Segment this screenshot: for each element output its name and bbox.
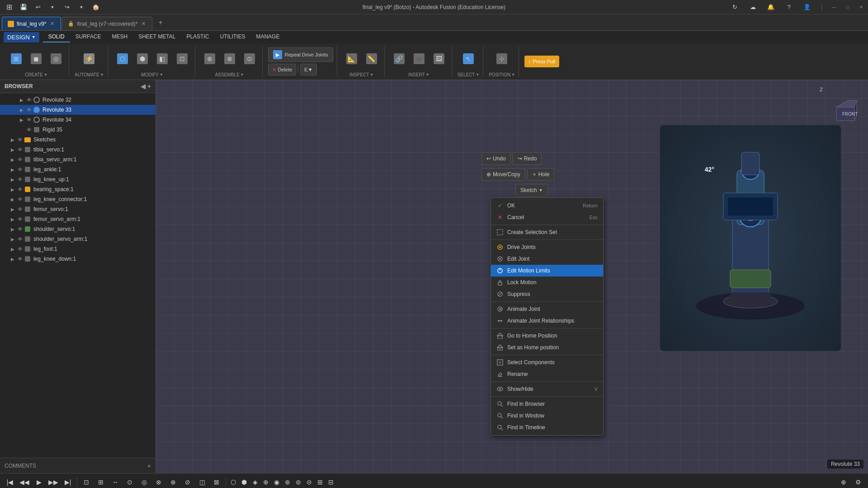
automate-group-label[interactable]: AUTOMATE ▼ [75, 72, 104, 77]
account-button[interactable]: 👤 [802, 2, 812, 13]
tree-item-sketches[interactable]: ▶ 👁 Sketches [0, 135, 156, 145]
sidebar-settings-button[interactable]: + [147, 83, 151, 90]
redo-dropdown[interactable]: ▼ [76, 2, 87, 13]
redo-button[interactable]: ↪ [61, 2, 72, 13]
timeline-play-button[interactable]: ▶ [33, 476, 45, 488]
home-button[interactable]: 🏠 [90, 2, 101, 13]
context-menu-item-find-timeline[interactable]: Find in Timeline [491, 422, 603, 433]
expand-icon[interactable]: ▶ [9, 176, 16, 183]
timeline-tool-6[interactable]: ⊗ [152, 476, 165, 488]
inspect-tool-2[interactable]: 📏 [363, 49, 381, 69]
app-menu-button[interactable]: ⊞ [4, 2, 14, 13]
visibility-icon[interactable]: 👁 [16, 206, 24, 213]
ribbon-tab-utilities[interactable]: UTILITIES [214, 32, 250, 42]
notification-button[interactable]: 🔔 [765, 2, 776, 13]
tree-item-leg-knee-connector[interactable]: ▶ 👁 leg_knee_connector:1 [0, 194, 156, 204]
assemble-tool-2[interactable]: ⊗ [221, 49, 239, 69]
context-menu-item-select-components[interactable]: Select Components [491, 357, 603, 368]
create-tool-1[interactable]: ⊞ [7, 49, 25, 69]
expand-icon[interactable]: ▶ [9, 255, 16, 263]
e-button[interactable]: E▼ [300, 64, 316, 75]
context-menu-item-edit-motion-limits[interactable]: Edit Motion Limits [491, 265, 603, 277]
tl-item-6[interactable]: ⊛ [283, 476, 292, 488]
insert-group-label[interactable]: INSERT ▼ [408, 72, 429, 77]
timeline-prev-button[interactable]: ◀◀ [18, 476, 31, 488]
ribbon-tab-surface[interactable]: SURFACE [70, 32, 107, 42]
timeline-settings-button[interactable]: ⚙ [852, 476, 864, 488]
assemble-tool-1[interactable]: ⊕ [201, 49, 219, 69]
expand-icon[interactable]: ▶ [9, 186, 16, 193]
tree-item-bearing-space[interactable]: ▶ 👁 bearing_space:1 [0, 184, 156, 194]
expand-icon[interactable]: ▶ [18, 116, 25, 123]
context-menu-item-rename[interactable]: Rename [491, 368, 603, 380]
tree-item-femur-servo-arm[interactable]: ▶ 👁 femur_servo_arm:1 [0, 214, 156, 224]
context-menu-item-find-browser[interactable]: Find in Browser [491, 398, 603, 410]
timeline-tool-7[interactable]: ⊕ [167, 476, 179, 488]
visibility-icon[interactable]: 👁 [16, 196, 24, 203]
timeline-start-button[interactable]: |◀ [4, 476, 16, 488]
view-cube[interactable]: FRONT [827, 89, 863, 125]
timeline-tool-8[interactable]: ⊘ [181, 476, 194, 488]
expand-icon[interactable]: ▶ [9, 206, 16, 213]
ribbon-tab-plastic[interactable]: PLASTIC [181, 32, 214, 42]
tree-item-revolute32[interactable]: ▶ 👁 Revolute 32 [0, 95, 156, 105]
close-button[interactable]: ✕ [858, 4, 864, 10]
tree-item-rigid35[interactable]: 👁 Rigid 35 [0, 125, 156, 135]
visibility-icon[interactable]: 👁 [16, 245, 24, 253]
undo-button[interactable]: ↩ [33, 2, 43, 13]
tl-item-9[interactable]: ⊞ [316, 476, 325, 488]
undo-float-button[interactable]: ↩ Undo [481, 152, 511, 165]
tree-item-leg-ankle[interactable]: ▶ 👁 leg_ankle:1 [0, 164, 156, 174]
tree-item-leg-knee-down[interactable]: ▶ 👁 leg_knee_down:1 [0, 254, 156, 264]
context-menu-item-animate-joint-relationships[interactable]: Animate Joint Relationships [491, 315, 603, 327]
viewport[interactable]: ↩ Undo ↪ Redo ⊕ Move/Copy ⚬ Hole Sketch … [156, 80, 868, 473]
tl-item-7[interactable]: ⊜ [294, 476, 303, 488]
expand-icon[interactable]: ▶ [9, 216, 16, 223]
timeline-next-button[interactable]: ▶▶ [47, 476, 60, 488]
tree-item-revolute33[interactable]: ▶ 👁 Revolute 33 [0, 105, 156, 115]
repeat-drive-joints-button[interactable]: ▶ Repeat Drive Joints [268, 47, 333, 62]
tree-item-shoulder-servo[interactable]: ▶ 👁 shoulder_servo:1 [0, 224, 156, 234]
context-menu-item-set-home[interactable]: Set as Home position [491, 342, 603, 353]
modify-tool-1[interactable]: ⬡ [113, 49, 132, 69]
modify-tool-2[interactable]: ⬢ [133, 49, 151, 69]
timeline-tool-9[interactable]: ◫ [196, 476, 208, 488]
timeline-tool-10[interactable]: ⊠ [210, 476, 223, 488]
insert-tool-1[interactable]: 🔗 [390, 49, 408, 69]
tree-item-leg-foot[interactable]: ▶ 👁 leg_foot:1 [0, 244, 156, 254]
tab-final-leg-v7[interactable]: 🔒 final_leg (v7~recovered)* ✕ [62, 17, 152, 30]
delete-button[interactable]: ✕ Delete [268, 64, 297, 75]
visibility-icon[interactable]: 👁 [16, 156, 24, 163]
expand-icon[interactable]: ▶ [9, 235, 16, 243]
modify-tool-4[interactable]: ⊡ [173, 49, 191, 69]
visibility-icon[interactable]: 👁 [16, 186, 24, 193]
tab-close-button[interactable]: ✕ [49, 21, 55, 27]
expand-icon[interactable]: ▶ [18, 96, 25, 103]
tl-item-5[interactable]: ◉ [272, 476, 281, 488]
cloud-button[interactable]: ☁ [747, 2, 758, 13]
position-tool-1[interactable]: ⊹ [493, 49, 511, 69]
file-button[interactable]: 💾 [18, 2, 29, 13]
expand-icon[interactable]: ▶ [9, 156, 16, 163]
tree-item-shoulder-servo-arm[interactable]: ▶ 👁 shoulder_servo_arm:1 [0, 234, 156, 244]
ribbon-tab-solid[interactable]: SOLID [43, 32, 70, 42]
expand-icon[interactable]: ▶ [9, 225, 16, 233]
expand-icon[interactable]: ▶ [9, 136, 16, 143]
tl-item-10[interactable]: ⊟ [326, 476, 335, 488]
tab-final-leg-v9[interactable]: final_leg v9* ✕ [2, 17, 61, 30]
maximize-button[interactable]: □ [844, 4, 851, 10]
tree-item-tibia-servo[interactable]: ▶ 👁 tibia_servo:1 [0, 145, 156, 155]
insert-tool-3[interactable]: 🖼 [430, 49, 448, 69]
ribbon-tab-sheet-metal[interactable]: SHEET METAL [133, 32, 181, 42]
assemble-group-label[interactable]: ASSEMBLE ▼ [215, 72, 244, 77]
visibility-icon[interactable]: 👁 [16, 166, 24, 173]
create-tool-2[interactable]: ◼ [27, 49, 45, 69]
assemble-tool-3[interactable]: ⊙ [241, 49, 259, 69]
help-button[interactable]: ? [783, 2, 794, 13]
timeline-fit-button[interactable]: ⊕ [837, 476, 850, 488]
tl-item-1[interactable]: ⬡ [229, 476, 238, 488]
visibility-icon[interactable]: 👁 [16, 225, 24, 233]
timeline-end-button[interactable]: ▶| [61, 476, 74, 488]
visibility-icon[interactable]: 👁 [16, 136, 24, 143]
inspect-group-label[interactable]: INSPECT ▼ [349, 72, 373, 77]
